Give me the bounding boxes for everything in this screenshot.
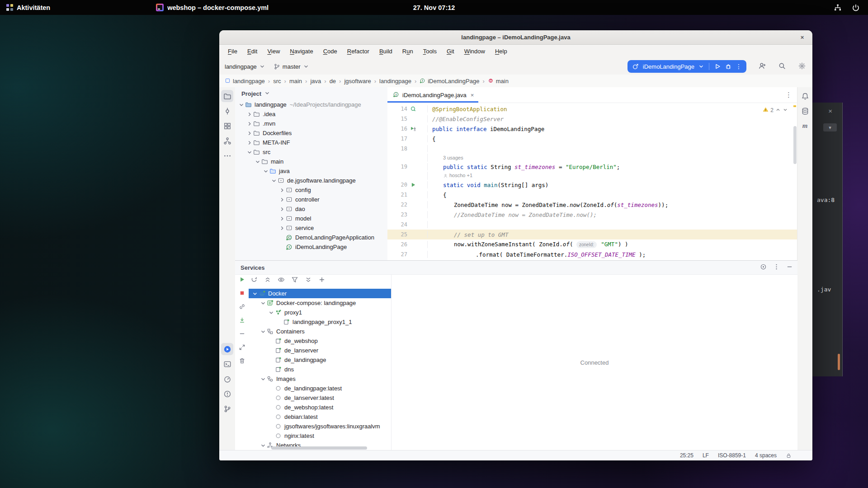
project-tree-item-demolandingpageapplication[interactable]: CDemoLandingPageApplication (235, 233, 387, 242)
chevron-down-icon[interactable] (246, 149, 253, 156)
runimpl-gutter-icon[interactable] (410, 125, 428, 132)
more-tool-button[interactable] (221, 150, 233, 162)
deploy-button[interactable] (239, 317, 245, 325)
code-line-26[interactable]: 26now.withZoneSameInstant( ZoneId.of( zo… (387, 239, 797, 249)
chevron-down-icon[interactable] (262, 168, 269, 175)
services-tree-item-docker[interactable]: Docker (249, 289, 391, 298)
branch-widget[interactable]: master (274, 63, 309, 70)
services-tree-item-de-landingpage-latest[interactable]: de_landingpage:latest (249, 384, 391, 393)
editor-scrollbar[interactable] (793, 126, 797, 164)
refresh-button[interactable] (250, 276, 258, 285)
debug-button[interactable] (725, 63, 732, 70)
code-line-20[interactable]: 20static void main(String[] args) (387, 180, 797, 190)
line-separator[interactable]: LF (703, 452, 709, 459)
chevron-down-icon[interactable] (251, 290, 259, 297)
breadcrumb-item-main[interactable]: main (289, 78, 302, 84)
services-tree-item-images[interactable]: Images (249, 374, 391, 384)
menu-run[interactable]: Run (397, 45, 418, 58)
remove-button[interactable] (239, 330, 245, 339)
menu-refactor[interactable]: Refactor (342, 45, 374, 58)
window-titlebar[interactable]: landingpage – iDemoLandingPage.java × (219, 30, 812, 45)
kebab-icon[interactable] (773, 263, 780, 272)
activities-button[interactable]: Aktivitäten (0, 0, 57, 15)
search-button[interactable] (778, 62, 786, 71)
add-user-button[interactable] (758, 62, 766, 71)
services-tree-item-jgsoftwares-jgsoftwares-linuxgraalvm[interactable]: jgsoftwares/jgsoftwares:linuxgraalvm (249, 422, 391, 431)
menu-build[interactable]: Build (374, 45, 397, 58)
project-tree-item-de-jgsoftware-landingpage[interactable]: de.jgsoftware.landingpage (235, 176, 387, 185)
more-actions-icon[interactable]: ⋮ (736, 63, 742, 70)
usages-inlay[interactable]: 3 usages (387, 154, 797, 162)
chevron-right-icon[interactable] (278, 206, 286, 213)
terminal-tool-button[interactable] (221, 358, 233, 370)
chevron-right-icon[interactable] (278, 187, 286, 194)
chevron-right-icon[interactable] (246, 111, 253, 118)
delete-button[interactable] (239, 357, 245, 366)
breadcrumb-item-java[interactable]: java (310, 78, 321, 84)
run-gutter-icon[interactable] (410, 181, 428, 188)
services-tree-item-de-lanserver-latest[interactable]: de_lanserver:latest (249, 393, 391, 403)
code-line-21[interactable]: 21{ (387, 190, 797, 200)
bg-window-scrollbar[interactable] (838, 354, 840, 370)
menu-edit[interactable]: Edit (242, 45, 262, 58)
hierarchy-tool-button[interactable] (221, 135, 233, 147)
project-tree-item-idemolandingpage[interactable]: IiDemoLandingPage (235, 242, 387, 252)
chevron-down-icon[interactable] (259, 328, 267, 335)
close-tab-icon[interactable]: × (470, 92, 474, 99)
project-tree-item-service[interactable]: service (235, 223, 387, 233)
project-tree-item--mvn[interactable]: .mvn (235, 119, 387, 128)
services-tree-item-de-webshop[interactable]: de_webshop (249, 336, 391, 346)
clock[interactable]: 27. Nov 07:12 (0, 4, 868, 11)
power-icon[interactable] (852, 4, 860, 12)
code-line-16[interactable]: 16public interface iDemoLandingPage (387, 124, 797, 134)
services-tree-item-de-landingpage[interactable]: de_landingpage (249, 355, 391, 365)
prev-problem-icon[interactable] (775, 107, 781, 114)
services-tree-item-de-webshop-latest[interactable]: de_webshop:latest (249, 403, 391, 412)
menu-navigate[interactable]: Navigate (285, 45, 318, 58)
menu-tools[interactable]: Tools (418, 45, 442, 58)
bg-window-dropdown[interactable]: ▾ (823, 123, 837, 131)
code-line-18[interactable]: 18 (387, 144, 797, 154)
expand-button[interactable] (305, 276, 312, 285)
tab-options-icon[interactable]: ⋮ (785, 91, 797, 99)
author-inlay[interactable]: hoscho +1 (387, 172, 797, 180)
stop-button[interactable] (239, 290, 245, 298)
project-tree-item-config[interactable]: config (235, 185, 387, 195)
services-tree-item-debian-latest[interactable]: debian:latest (249, 412, 391, 422)
menu-code[interactable]: Code (318, 45, 342, 58)
preview-button[interactable] (278, 276, 285, 285)
project-tree-item-landingpage[interactable]: landingpage~/IdeaProjects/landingpage (235, 100, 387, 109)
structure-tool-button[interactable] (221, 120, 233, 132)
project-tree-item-dockerfiles[interactable]: Dockerfiles (235, 128, 387, 138)
database-tool-button[interactable] (799, 105, 811, 117)
commit-tool-button[interactable] (221, 105, 233, 117)
minimize-icon[interactable] (786, 263, 793, 272)
window-close-button[interactable]: × (798, 33, 806, 41)
project-tree-item-controller[interactable]: controller (235, 195, 387, 204)
code-line-15[interactable]: 15//@EnableConfigServer (387, 114, 797, 124)
code-line-27[interactable]: 27.format( DateTimeFormatter.ISO_OFFSET_… (387, 249, 797, 259)
chevron-right-icon[interactable] (246, 130, 253, 137)
code-line-14[interactable]: 14@SpringBootApplication (387, 104, 797, 114)
project-panel-header[interactable]: Project (235, 87, 387, 100)
bg-window-close-icon[interactable]: × (828, 107, 832, 115)
services-tree-item-de-lanserver[interactable]: de_lanserver (249, 346, 391, 355)
breadcrumb-item-main[interactable]: mmain (488, 78, 509, 85)
breadcrumb-item-landingpage[interactable]: landingpage (225, 78, 265, 85)
services-tree-item-containers[interactable]: Containers (249, 327, 391, 336)
project-tree-item-java[interactable]: java (235, 166, 387, 176)
project-tool-button[interactable] (221, 90, 233, 102)
services-header[interactable]: Services (235, 261, 797, 275)
error-stripe-mark[interactable] (793, 105, 796, 107)
project-tree-item-main[interactable]: main (235, 157, 387, 166)
menu-help[interactable]: Help (490, 45, 512, 58)
run-configuration-widget[interactable]: iDemoLandingPage ⋮ (627, 60, 746, 73)
readonly-lock-icon[interactable] (786, 453, 792, 459)
project-tree-item-meta-inf[interactable]: META-INF (235, 138, 387, 147)
code-line-23[interactable]: 23//ZonedDateTime now = ZonedDateTime.no… (387, 210, 797, 220)
code-line-24[interactable]: 24 (387, 220, 797, 230)
background-window[interactable]: × ▾ ava:8 .jav (812, 103, 843, 376)
resize-button[interactable] (239, 344, 245, 352)
menu-git[interactable]: Git (442, 45, 459, 58)
chevron-right-icon[interactable] (246, 139, 253, 146)
